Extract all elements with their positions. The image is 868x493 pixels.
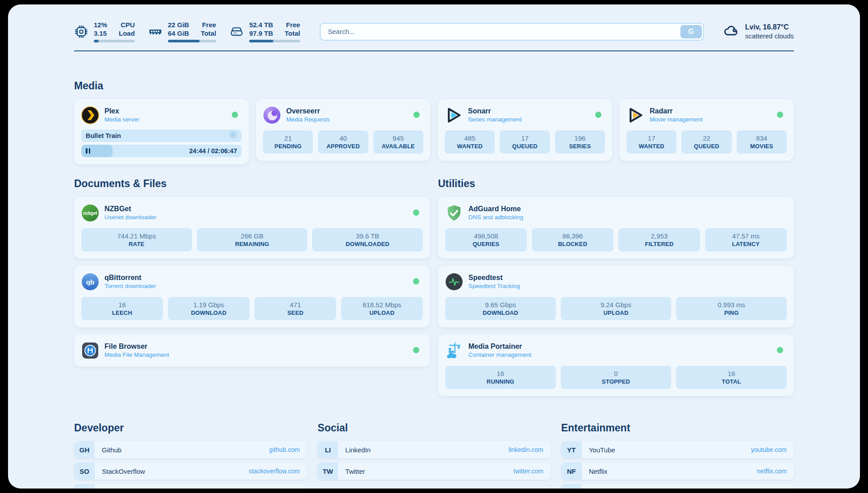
cpu-load-value: 3.15 [94,29,107,38]
bookmark-twitter[interactable]: TW Twitter twitter.com [317,463,550,480]
filebrowser-icon [81,342,99,359]
service-title: qBittorrent [104,273,156,282]
stat-box: 47.57 msLATENCY [705,228,787,251]
status-badge [413,112,420,118]
service-card-portainer[interactable]: Media Portainer Container management 16R… [438,334,794,396]
weather-widget: Lviv, 16.87°C scattered clouds [723,22,794,41]
memory-stat: 22 GiB 64 GiB Free Total [148,21,216,42]
disk-label-1: Free [284,21,300,29]
service-subtitle: Media Requests [286,115,330,124]
service-card-overseerr[interactable]: Overseerr Media Requests 21PENDING 40APP… [256,99,430,161]
stat-box: 0STOPPED [561,366,672,389]
bookmarks-section: Developer GH Github github.com SO StackO… [74,422,794,489]
bookmark-stackoverflow[interactable]: SO StackOverflow stackoverflow.com [74,463,307,480]
bookmark-abbr: NF [561,463,582,480]
stat-box: 39.6 TBDOWNLOADED [312,228,423,251]
service-subtitle: Media File Management [104,351,169,359]
service-card-filebrowser[interactable]: File Browser Media File Management [74,334,430,367]
memory-label-1: Free [200,21,216,29]
memory-free-value: 22 GiB [168,21,189,29]
adguard-icon [445,204,463,222]
bookmark-reddit[interactable]: RE Reddit reddit.com [561,484,794,489]
service-card-qbittorrent[interactable]: qb qBittorrent Torrent downloader 16 [74,266,430,327]
stat-box: 17WANTED [626,130,676,154]
stat-box: 86,396BLOCKED [532,228,613,251]
stat-box: 485WANTED [445,130,495,154]
bookmark-url: twitter.com [513,468,543,475]
stat-box: 266 GBREMAINING [197,228,308,251]
service-card-radarr[interactable]: Radarr Movie management 17WANTED 22QUEUE… [619,99,794,161]
bookmark-url: netflix.com [757,468,787,475]
stat-box: 744.21 MbpsRATE [81,228,192,251]
bookmark-abbr: LI [317,441,338,458]
service-subtitle: Movie management [650,115,703,124]
pause-icon [86,148,90,154]
cpu-progress-bar [94,40,135,42]
stat-box: 22QUEUED [681,130,731,154]
stat-box: 0.993 msPING [676,297,787,320]
utilities-column: Utilities [438,178,794,396]
radarr-icon [626,106,644,124]
bookmark-dev[interactable]: DT DEV dev.to [74,484,307,489]
cpu-label-1: CPU [119,21,135,29]
bookmark-group-title: Developer [74,422,307,434]
bookmark-group-entertainment: Entertainment YT YouTube youtube.com NF … [561,422,794,489]
service-card-plex[interactable]: Plex Media server Bullet Train [74,99,249,164]
stat-box: 16RUNNING [445,366,556,389]
bookmark-linkedin[interactable]: LI LinkedIn linkedin.com [317,441,550,458]
bookmark-name: Github [102,446,121,454]
documents-column: Documents & Files nzbget [74,178,430,367]
service-card-adguard[interactable]: AdGuard Home DNS and adblocking 498,508Q… [438,197,794,259]
service-title: Plex [104,107,139,115]
service-title: AdGuard Home [468,205,523,213]
now-playing-progress-row[interactable]: 24:44 / 02:06:47 [81,145,242,157]
bookmark-group-developer: Developer GH Github github.com SO StackO… [74,422,307,489]
service-card-sonarr[interactable]: Sonarr Series management 485WANTED 17QUE… [438,99,612,161]
playback-time: 24:44 / 02:06:47 [189,147,237,155]
bookmark-abbr: SO [74,463,95,480]
session-settings-icon[interactable] [229,131,237,141]
service-title: Sonarr [468,107,522,115]
service-title: Speedtest [468,273,520,282]
overseerr-icon [263,106,281,124]
bookmark-group-social: Social LI LinkedIn linkedin.com TW Twitt… [317,422,550,489]
stat-box: 618.52 MbpsUPLOAD [341,297,423,320]
bookmark-github[interactable]: GH Github github.com [74,441,307,458]
bookmark-netflix[interactable]: NF Netflix netflix.com [561,463,794,480]
bookmark-abbr: RE [561,484,582,489]
bookmark-youtube[interactable]: YT YouTube youtube.com [561,441,794,458]
utilities-section-title: Utilities [438,178,794,190]
ram-icon [148,25,163,39]
service-subtitle: DNS and adblocking [468,213,523,221]
bookmark-name: LinkedIn [345,446,371,454]
cpu-icon [74,25,88,39]
stat-box: 16LEECH [81,297,163,320]
stat-box: 945AVAILABLE [373,130,423,154]
bookmark-url: stackoverflow.com [249,468,300,475]
status-badge [413,347,419,353]
service-card-speedtest[interactable]: Speedtest Speedtest Tracking 9.65 GbpsDO… [438,266,794,327]
search-provider-button[interactable]: G [680,25,702,38]
bookmark-abbr: TW [317,463,338,480]
plex-icon [81,106,99,124]
service-subtitle: Container management [468,351,531,359]
nzbget-icon: nzbget [81,204,99,222]
search-bar: G [320,23,704,41]
dashboard-page: 12% 3.15 CPU Load [8,4,860,489]
service-card-nzbget[interactable]: nzbget NZBGet Usenet downloader 744. [74,197,430,259]
search-input[interactable] [320,23,704,41]
disk-icon [230,25,244,39]
header-divider [74,50,794,51]
documents-section-title: Documents & Files [74,178,430,190]
speedtest-icon [445,273,463,291]
svg-text:qb: qb [86,278,94,286]
cpu-label-2: Load [119,29,135,38]
stat-box: 196SERIES [555,130,605,154]
bookmark-abbr: DT [74,484,95,489]
bookmark-abbr: GH [74,441,95,458]
service-title: File Browser [104,342,169,351]
service-subtitle: Speedtest Tracking [468,282,520,290]
media-section-title: Media [74,80,794,92]
bookmark-abbr: YT [561,441,582,458]
memory-label-2: Total [200,29,216,38]
